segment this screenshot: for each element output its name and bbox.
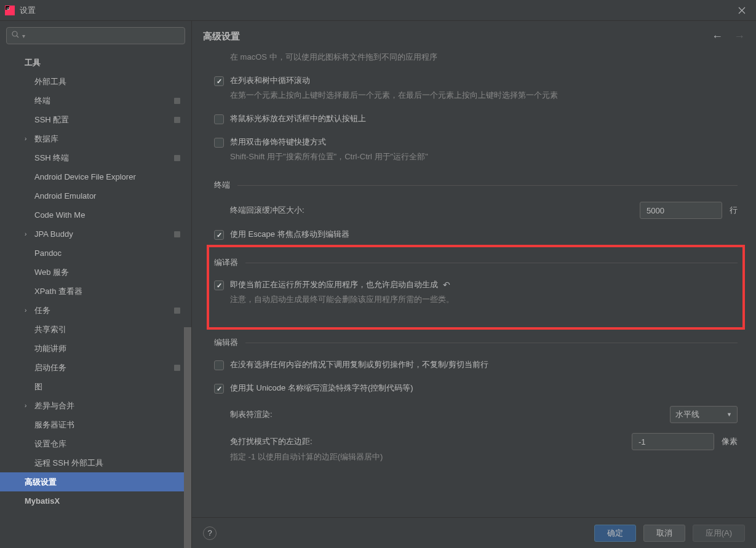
checkbox[interactable] xyxy=(214,360,224,370)
sidebar-item-database[interactable]: ›数据库 xyxy=(0,129,191,148)
checkbox[interactable] xyxy=(214,76,224,86)
app-icon: IJ xyxy=(5,6,15,15)
sidebar-scrollbar[interactable] xyxy=(184,327,191,548)
svg-point-3 xyxy=(12,31,17,36)
option-desc: 注意，自动启动生成最终可能会删除该应用程序所需的一些类。 xyxy=(230,294,738,305)
sidebar-item-pandoc[interactable]: Pandoc xyxy=(0,244,191,263)
field-margin: 免打扰模式下的左边距: 像素 xyxy=(214,433,738,450)
field-buffer-size: 终端回滚缓冲区大小: 行 xyxy=(214,202,738,219)
buffer-size-input[interactable] xyxy=(640,202,722,219)
option-label: 即使当前正在运行所开发的应用程序，也允许启动自动生成 ↶ xyxy=(230,279,738,290)
sidebar-item-remote-ssh-tools[interactable]: 远程 SSH 外部工具 xyxy=(0,453,191,472)
option-desc: 在第一个元素上按向上键时选择最后一个元素，在最后一个元素上按向上键时选择第一个元… xyxy=(230,90,738,101)
content-body[interactable]: 在 macOS 中，可以使用此图标将文件拖到不同的应用程序 在列表和树中循环滚动… xyxy=(192,52,756,517)
sidebar-item-jpa-buddy[interactable]: ›JPA Buddy xyxy=(0,224,191,244)
option-禁用快捷方式[interactable]: 禁用双击修饰符键快捷方式 Shift-Shift 用于"搜索所有位置"，Ctrl… xyxy=(214,137,738,162)
option-auto-build[interactable]: 即使当前正在运行所开发的应用程序，也允许启动自动生成 ↶ 注意，自动启动生成最终… xyxy=(214,279,738,305)
ok-button[interactable]: 确定 xyxy=(594,525,636,542)
window-title: 设置 xyxy=(20,5,36,16)
sidebar-item-external-tools[interactable]: 外部工具 xyxy=(0,72,191,91)
sidebar-item-web-services[interactable]: Web 服务 xyxy=(0,263,191,282)
margin-input[interactable] xyxy=(632,433,714,450)
nav-forward-icon: → xyxy=(734,30,745,43)
sidebar-item-code-with-me[interactable]: Code With Me xyxy=(0,205,191,224)
sidebar-tree: 工具 外部工具 终端 SSH 配置 ›数据库 SSH 终端 Android De… xyxy=(0,50,191,548)
undo-icon[interactable]: ↶ xyxy=(443,279,450,290)
section-compiler-highlighted: 编译器 即使当前正在运行所开发的应用程序，也允许启动自动生成 ↶ 注意，自动启动… xyxy=(207,245,745,330)
marker-icon xyxy=(174,308,180,314)
chevron-down-icon: ▼ xyxy=(726,411,732,418)
sidebar-item-ssh-config[interactable]: SSH 配置 xyxy=(0,110,191,129)
chevron-right-icon: › xyxy=(25,231,26,237)
search-dropdown-icon: ▾ xyxy=(22,33,25,39)
option-desc: Shift-Shift 用于"搜索所有位置"，Ctrl-Ctrl 用于"运行全部… xyxy=(230,151,738,162)
tab-render-select[interactable]: 水平线 ▼ xyxy=(670,406,738,423)
option-label: 使用其 Unicode 名称缩写渲染特殊字符(控制代码等) xyxy=(230,383,738,394)
option-label: 使用 Escape 将焦点移动到编辑器 xyxy=(230,229,738,240)
sidebar-item-advanced-settings[interactable]: 高级设置 xyxy=(0,472,191,491)
option-label: 在列表和树中循环滚动 xyxy=(230,75,738,86)
sidebar-item-tools[interactable]: 工具 xyxy=(0,53,191,72)
section-editor: 编辑器 xyxy=(214,337,738,348)
svg-text:IJ: IJ xyxy=(7,6,9,10)
checkbox[interactable] xyxy=(214,280,224,290)
cancel-button[interactable]: 取消 xyxy=(643,525,685,542)
option-desc: 在 macOS 中，可以使用此图标将文件拖到不同的应用程序 xyxy=(214,52,738,63)
checkbox[interactable] xyxy=(214,384,224,394)
marker-icon xyxy=(174,117,180,123)
marker-icon xyxy=(174,98,180,104)
apply-button[interactable]: 应用(A) xyxy=(693,525,745,542)
sidebar-item-android-emulator[interactable]: Android Emulator xyxy=(0,186,191,205)
sidebar-item-ssh-terminal[interactable]: SSH 终端 xyxy=(0,148,191,167)
chevron-right-icon: › xyxy=(25,307,26,314)
chevron-right-icon: › xyxy=(25,135,26,142)
option-label: 在没有选择任何内容的情况下调用复制或剪切操作时，不复制/剪切当前行 xyxy=(230,359,738,370)
close-icon[interactable] xyxy=(733,1,751,20)
option-label: 将鼠标光标放在对话框中的默认按钮上 xyxy=(230,113,738,124)
option-label: 禁用双击修饰符键快捷方式 xyxy=(230,137,738,148)
sidebar: ▾ 工具 外部工具 终端 SSH 配置 ›数据库 SSH 终端 Android … xyxy=(0,21,192,548)
sidebar-item-server-cert[interactable]: 服务器证书 xyxy=(0,415,191,434)
option-循环滚动[interactable]: 在列表和树中循环滚动 在第一个元素上按向上键时选择最后一个元素，在最后一个元素上… xyxy=(214,75,738,101)
sidebar-item-startup-tasks[interactable]: 启动任务 xyxy=(0,358,191,377)
chevron-right-icon: › xyxy=(25,402,26,409)
sidebar-item-shared-index[interactable]: 共享索引 xyxy=(0,320,191,339)
sidebar-item-diagrams[interactable]: 图 xyxy=(0,377,191,396)
sidebar-item-android-explorer[interactable]: Android Device File Explorer xyxy=(0,167,191,186)
option-nocopy[interactable]: 在没有选择任何内容的情况下调用复制或剪切操作时，不复制/剪切当前行 xyxy=(214,359,738,370)
checkbox[interactable] xyxy=(214,138,224,148)
checkbox[interactable] xyxy=(214,230,224,240)
titlebar: IJ 设置 xyxy=(0,0,756,21)
option-鼠标光标[interactable]: 将鼠标光标放在对话框中的默认按钮上 xyxy=(214,113,738,124)
section-compiler: 编译器 xyxy=(214,257,738,268)
sidebar-item-terminal[interactable]: 终端 xyxy=(0,91,191,110)
help-icon[interactable]: ? xyxy=(203,526,217,540)
sidebar-item-mybatisx[interactable]: MybatisX xyxy=(0,491,191,510)
nav-back-icon[interactable]: ← xyxy=(712,30,723,43)
content-header: 高级设置 ← → xyxy=(192,21,756,52)
sidebar-item-settings-repo[interactable]: 设置仓库 xyxy=(0,434,191,453)
footer: ? 确定 取消 应用(A) xyxy=(192,517,756,548)
page-title: 高级设置 xyxy=(203,31,240,42)
marker-icon xyxy=(174,155,180,161)
sidebar-item-feature-trainer[interactable]: 功能讲师 xyxy=(0,339,191,358)
checkbox[interactable] xyxy=(214,114,224,124)
search-input[interactable]: ▾ xyxy=(6,27,185,44)
option-escape[interactable]: 使用 Escape 将焦点移动到编辑器 xyxy=(214,229,738,240)
marker-icon xyxy=(174,365,180,371)
sidebar-item-tasks[interactable]: ›任务 xyxy=(0,301,191,320)
marker-icon xyxy=(174,231,180,237)
section-terminal: 终端 xyxy=(214,180,738,191)
field-tab-render: 制表符渲染: 水平线 ▼ xyxy=(214,406,738,423)
search-icon xyxy=(12,31,20,41)
sidebar-item-diff-merge[interactable]: ›差异与合并 xyxy=(0,396,191,415)
sidebar-item-xpath[interactable]: XPath 查看器 xyxy=(0,282,191,301)
option-unicode[interactable]: 使用其 Unicode 名称缩写渲染特殊字符(控制代码等) xyxy=(214,383,738,394)
field-desc: 指定 -1 以使用自动计算的边距(编辑器居中) xyxy=(214,451,738,463)
